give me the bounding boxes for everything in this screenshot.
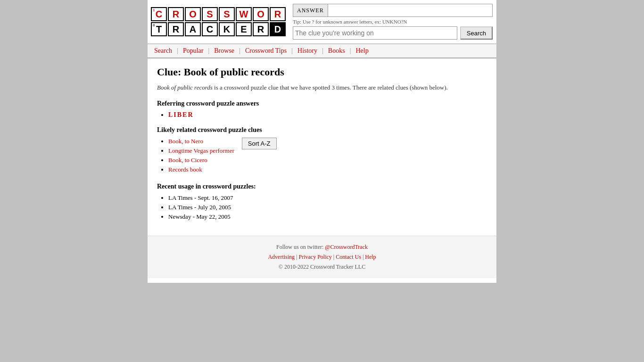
nav-books[interactable]: Books	[325, 46, 348, 56]
main-container: 1C R O S S W O R 8T R A C K E R D ANSW	[148, 0, 496, 283]
search-row-clue: Search	[293, 26, 493, 40]
sort-button[interactable]: Sort A-Z	[242, 138, 277, 149]
related-clue-vegas[interactable]: Longtime Vegas performer	[168, 147, 234, 154]
main-content: Clue: Book of public records Book of pub…	[148, 58, 496, 236]
logo-cell-e: E	[236, 22, 252, 36]
related-section-title: Likely related crossword puzzle clues	[157, 126, 487, 134]
site-logo: 1C R O S S W O R 8T R A C K E R D	[148, 0, 289, 43]
tip-text: Tip: Use ? for unknown answer letters, e…	[293, 19, 493, 25]
related-clues-wrapper: Book, to Nero Longtime Vegas performer B…	[157, 138, 487, 175]
contact-link[interactable]: Contact Us	[336, 254, 361, 260]
answers-section-title: Referring crossword puzzle answers	[157, 100, 487, 107]
logo-grid: 1C R O S S W O R 8T R A C K E R D	[151, 7, 286, 36]
list-item: Book, to Nero	[168, 138, 234, 145]
nav-help[interactable]: Help	[353, 46, 371, 56]
related-clue-nero[interactable]: Book, to Nero	[168, 138, 203, 145]
logo-cell-t: 8T	[151, 22, 167, 36]
logo-cell-o2: O	[253, 7, 269, 21]
nav-history[interactable]: History	[295, 46, 320, 56]
logo-cell-k: K	[219, 22, 235, 36]
footer-twitter: Follow us on twitter: @CrosswordTrack	[155, 244, 489, 251]
page-title: Clue: Book of public records	[157, 66, 487, 78]
nav-search[interactable]: Search	[151, 46, 175, 56]
footer: Follow us on twitter: @CrosswordTrack Ad…	[148, 236, 496, 278]
answer-input[interactable]	[328, 4, 493, 17]
list-item: LIBER	[168, 111, 487, 119]
answers-section: Referring crossword puzzle answers LIBER	[157, 100, 487, 119]
related-clue-records[interactable]: Records book	[168, 166, 202, 173]
list-item: Book, to Cicero	[168, 156, 234, 164]
header: 1C R O S S W O R 8T R A C K E R D ANSW	[148, 0, 496, 44]
nav-browse[interactable]: Browse	[211, 46, 237, 56]
logo-cell-r4: R	[253, 22, 269, 36]
logo-cell-s1: S	[202, 7, 218, 21]
recent-list: LA Times - Sept. 16, 2007 LA Times - Jul…	[157, 194, 487, 221]
logo-cell-a: A	[185, 22, 201, 36]
logo-cell-r3: R	[168, 22, 184, 36]
copyright: © 2010-2022 Crossword Tracker LLC	[155, 263, 489, 271]
logo-cell-c2: C	[202, 22, 218, 36]
search-row-answer: ANSWER	[293, 4, 493, 17]
logo-cell-w: W	[236, 7, 252, 21]
description-rest: is a crossword puzzle clue that we have …	[213, 84, 448, 91]
help-link[interactable]: Help	[365, 254, 376, 260]
recent-section-title: Recent usage in crossword puzzles:	[157, 183, 487, 190]
nav-tips[interactable]: Crossword Tips	[242, 46, 289, 56]
list-item: Newsday - May 22, 2005	[168, 213, 487, 221]
related-section: Likely related crossword puzzle clues Bo…	[157, 126, 487, 175]
list-item: Longtime Vegas performer	[168, 147, 234, 155]
description-clue-text: Book of public records	[157, 84, 213, 91]
logo-cell-r2: R	[270, 7, 286, 21]
list-item: Records book	[168, 166, 234, 173]
search-area: ANSWER Tip: Use ? for unknown answer let…	[289, 0, 496, 43]
footer-links: Advertising | Privacy Policy | Contact U…	[155, 254, 489, 261]
nav-bar: Search | Popular | Browse | Crossword Ti…	[148, 44, 496, 58]
answers-list: LIBER	[157, 111, 487, 119]
search-button[interactable]: Search	[460, 26, 493, 40]
answer-liber[interactable]: LIBER	[168, 111, 194, 118]
advertising-link[interactable]: Advertising	[268, 254, 295, 260]
nav-popular[interactable]: Popular	[180, 46, 206, 56]
recent-section: Recent usage in crossword puzzles: LA Ti…	[157, 183, 487, 221]
answer-label: ANSWER	[293, 4, 328, 17]
related-clue-cicero[interactable]: Book, to Cicero	[168, 156, 207, 164]
clue-input[interactable]	[293, 26, 457, 40]
list-item: LA Times - Sept. 16, 2007	[168, 194, 487, 202]
twitter-prefix: Follow us on twitter:	[276, 244, 325, 250]
logo-cell-o: O	[185, 7, 201, 21]
list-item: LA Times - July 20, 2005	[168, 204, 487, 211]
logo-cell-s2: S	[219, 7, 235, 21]
related-list: Book, to Nero Longtime Vegas performer B…	[157, 138, 234, 175]
logo-cell-r: R	[168, 7, 184, 21]
privacy-link[interactable]: Privacy Policy	[298, 254, 331, 260]
twitter-link[interactable]: @CrosswordTrack	[325, 244, 368, 250]
logo-cell-c: 1C	[151, 7, 167, 21]
description: Book of public records is a crossword pu…	[157, 83, 487, 92]
logo-cell-d: D	[270, 22, 286, 36]
